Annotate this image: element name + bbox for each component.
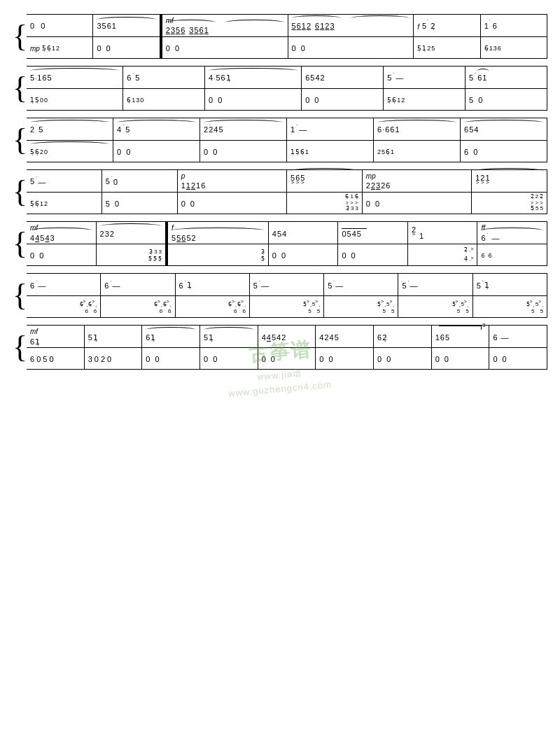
- note: 2: [427, 46, 430, 53]
- staff-row-3-bot: 5̣ 6̣ 2 0 0 0 0 0: [27, 140, 547, 162]
- note: 6: [181, 26, 185, 34]
- note: 6: [305, 74, 309, 82]
- mb5-6: 2̣·> 4̣·>: [408, 244, 478, 265]
- note: 0: [213, 148, 217, 156]
- note: 2: [192, 234, 196, 242]
- note: 5: [335, 333, 339, 342]
- note: 6̣: [484, 46, 489, 53]
- note: 5: [102, 22, 106, 30]
- mb3-4: 1̣ 5̣ 6̣ 1: [287, 141, 374, 162]
- note: ·: [382, 125, 384, 134]
- m7-5: 4 4 5 4 2: [258, 326, 316, 347]
- note: 6·: [30, 281, 34, 290]
- note: 5: [216, 74, 220, 82]
- note: 1: [302, 22, 306, 30]
- note: 2: [56, 46, 59, 53]
- mb5-1: 0 0: [27, 244, 97, 265]
- note: 0: [281, 251, 286, 260]
- measure-1-3: mf 2 3 5 6 3 5 6 1: [160, 15, 288, 36]
- note: 0: [49, 355, 53, 363]
- mb7-5: 0 0: [258, 348, 316, 369]
- m4-1: 5· —: [27, 170, 102, 192]
- m3-2: 4· 5: [113, 118, 200, 140]
- note: 5: [135, 74, 139, 82]
- mb5-2: 3̣33 5̣5̣5̣: [97, 244, 167, 265]
- note: 6: [493, 333, 497, 342]
- note: 4: [474, 125, 478, 134]
- note: 3: [330, 22, 334, 30]
- mb3-3: 0 0: [200, 141, 287, 162]
- rows-6: 6· — 6· — 6· 1̣: [27, 273, 547, 318]
- note: 0: [146, 355, 150, 363]
- mb6-3: 6̣> , 6̣> , 6 6: [176, 296, 250, 317]
- note: 0: [386, 355, 391, 363]
- note: 2: [325, 22, 329, 30]
- measure-1-4: 5 6 1 2 6 1 2 3: [288, 15, 414, 36]
- note: 6>: [295, 174, 300, 188]
- note: 2: [44, 201, 48, 208]
- m6-7: 5· 1̣: [473, 274, 547, 295]
- staff-row-7-top: mf 6 1̣ 5 1̣ 6 1̣: [27, 325, 547, 347]
- system-4: { 5· — 5· 0 p 1: [13, 169, 547, 214]
- measure-bot-1-1: mp 5̣ 6̣ 1 2: [27, 37, 93, 58]
- note: 5: [204, 333, 208, 342]
- mb3-5: 2 5 6̣ 1: [374, 141, 461, 162]
- brace-6: {: [13, 273, 27, 318]
- mb4-1: 5̣ 6̣ 1 2: [27, 193, 102, 214]
- note: 2: [166, 26, 170, 34]
- note: 6: [30, 355, 34, 363]
- m3-3: 2· 2 4 5: [200, 118, 287, 140]
- note: 1: [186, 181, 190, 190]
- mb2-5: 5̣ 6̣ 1 2: [384, 89, 465, 110]
- note: 1: [112, 22, 116, 30]
- mb2-6: 5 0: [465, 89, 547, 110]
- note: 2: [100, 230, 104, 238]
- note: 6: [30, 337, 34, 346]
- m7-2: 5 1̣: [85, 326, 143, 347]
- m5-4: 4 5 4: [269, 222, 339, 244]
- note: 0: [314, 96, 318, 104]
- brace-3: {: [13, 118, 27, 162]
- note: 1·: [484, 22, 489, 30]
- note: 1: [196, 181, 200, 190]
- note: 5: [176, 26, 180, 34]
- staff-row-5-bot: 0 0 3̣33 5̣5̣5̣: [27, 244, 547, 266]
- measure-bot-1-5: 5̣ 1̣ 2 5: [414, 37, 480, 58]
- rows-4: 5· — 5· 0 p 1 1 2 1: [27, 169, 547, 214]
- note: 3: [171, 26, 175, 34]
- note: —: [299, 125, 307, 134]
- note: 1: [435, 333, 440, 342]
- note: 3: [376, 181, 380, 190]
- note: 1: [482, 74, 486, 82]
- m3-1: 2· 5: [27, 118, 113, 140]
- measure-bot-1-2: 0 0: [93, 37, 160, 58]
- note: 6̣: [127, 97, 131, 104]
- note: 0: [204, 148, 208, 156]
- note: 1: [320, 22, 324, 30]
- mb6-1: 6̣> , 6̣> , 6 6: [27, 296, 101, 317]
- note: 3: [355, 206, 358, 212]
- note: 6: [477, 74, 482, 82]
- note: 2: [209, 125, 213, 134]
- note: 5: [125, 125, 130, 134]
- note: 2>: [480, 174, 484, 188]
- note: 0: [342, 251, 346, 260]
- note: 1̣: [30, 97, 34, 104]
- m2-2: 6· 5: [123, 67, 205, 88]
- note: 0: [30, 251, 34, 260]
- note: 3: [493, 46, 497, 53]
- m2-1: 5 · 1 6 5: [27, 67, 123, 88]
- measure-bot-1-6: 6̣ 1 3 6: [481, 37, 547, 58]
- mb4-2: 5 0: [102, 193, 178, 214]
- sheet-music-page: 古筝谱 www.jia谱 www.guzhengcn4.com { 0 0 3: [0, 0, 560, 733]
- note: 6·: [127, 74, 131, 82]
- note: 2: [321, 74, 325, 82]
- note: 1: [132, 97, 135, 104]
- note: 1̣: [226, 74, 231, 82]
- watermark-line3: www.guzhengcn4.com: [228, 379, 332, 399]
- note: 6: [464, 148, 468, 156]
- note: 5: [48, 74, 52, 82]
- mb6-4: 5̣> , 5> , 5 5: [250, 296, 324, 317]
- mb7-4: 0 0: [200, 348, 258, 369]
- note: 6: [498, 46, 501, 53]
